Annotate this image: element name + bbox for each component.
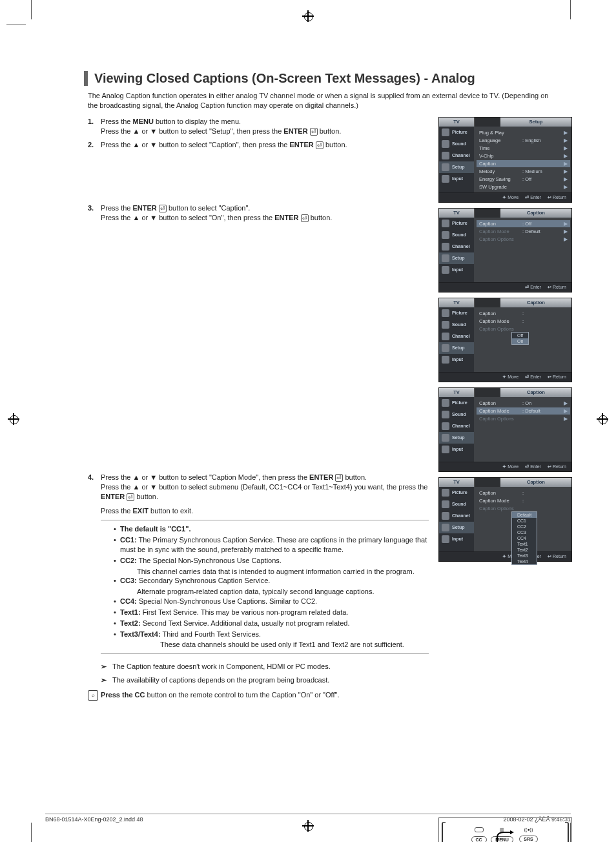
enter-icon: ⏎	[127, 493, 134, 501]
enter-icon: ⏎	[316, 141, 323, 149]
step-3: 3. Press the ENTER ⏎ button to select "C…	[88, 203, 429, 223]
step-1: 1. Press the MENU button to display the …	[88, 117, 429, 137]
intro-text: The Analog Caption function operates in …	[88, 91, 558, 110]
osd-screenshot: TVSetup PictureSoundChannelSetupInput Pl…	[438, 117, 572, 203]
remote-srs-button: SRS	[519, 836, 537, 842]
note-1: ➣The Caption feature doesn't work in Com…	[101, 662, 429, 672]
print-footer: BN68-01514A-X0Eng-0202_2.indd 48 2008-02…	[45, 816, 571, 823]
enter-icon: ⏎	[159, 205, 167, 212]
osd-screenshot: TVCaption PictureSoundChannelSetupInput …	[438, 208, 572, 293]
cc-press-note: ⌕ Press the CC button on the remote cont…	[88, 690, 429, 701]
enter-icon: ⏎	[335, 474, 343, 482]
note-2: ➣The availability of captions depends on…	[101, 675, 429, 685]
enter-icon: ⏎	[310, 128, 318, 136]
osd-screenshot: TVCaption PictureSoundChannelSetupInput …	[438, 387, 572, 472]
page-title: Viewing Closed Captions (On-Screen Text …	[94, 71, 571, 86]
section-title: Viewing Closed Captions (On-Screen Text …	[84, 71, 571, 86]
osd-screenshot: TVCaption PictureSoundChannelSetupInput …	[438, 298, 572, 382]
remote-cc-button: CC	[471, 836, 487, 842]
remote-badge-icon: ⌕	[88, 690, 98, 701]
step-2: 2. Press the ▲ or ▼ button to select "Ca…	[88, 140, 429, 150]
osd-screenshot: TVCaption PictureSoundChannelSetupInput …	[438, 477, 572, 562]
enter-icon: ⏎	[301, 214, 309, 222]
step-4: 4. Press the ▲ or ▼ button to select "Ca…	[88, 473, 429, 659]
